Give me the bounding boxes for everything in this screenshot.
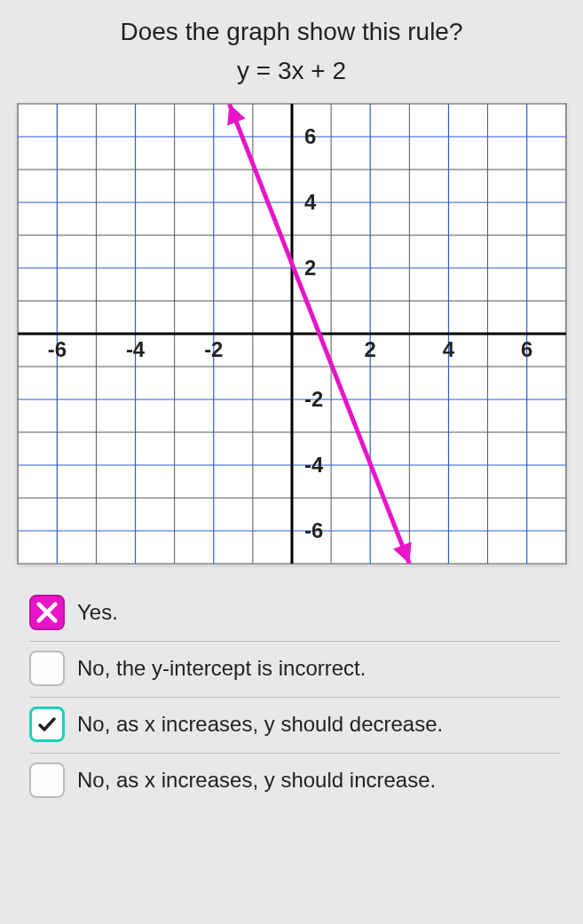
svg-text:-4: -4 — [125, 337, 145, 361]
option-increase[interactable]: No, as x increases, y should increase. — [29, 754, 561, 809]
option-label: No, as x increases, y should decrease. — [77, 712, 443, 737]
question-title: Does the graph show this rule? — [13, 18, 570, 46]
answer-options: Yes. No, the y-intercept is incorrect. N… — [13, 580, 570, 809]
svg-text:6: 6 — [303, 124, 315, 148]
option-yes[interactable]: Yes. — [29, 586, 561, 642]
svg-text:4: 4 — [303, 190, 316, 214]
graph-plot: -6-4-2246-6-4-2246 — [17, 103, 567, 565]
svg-text:-2: -2 — [303, 387, 322, 411]
svg-text:2: 2 — [303, 256, 315, 280]
option-label: Yes. — [77, 600, 118, 625]
option-yintercept[interactable]: No, the y-intercept is incorrect. — [29, 642, 561, 698]
svg-text:2: 2 — [364, 337, 375, 361]
option-label: No, as x increases, y should increase. — [77, 768, 436, 793]
svg-text:-6: -6 — [303, 518, 322, 542]
option-decrease[interactable]: No, as x increases, y should decrease. — [29, 698, 561, 754]
svg-text:-2: -2 — [204, 337, 223, 361]
coordinate-plane: -6-4-2246-6-4-2246 — [18, 104, 566, 564]
svg-text:4: 4 — [442, 337, 454, 361]
svg-text:-6: -6 — [47, 337, 66, 361]
option-label: No, the y-intercept is incorrect. — [77, 656, 366, 681]
svg-text:6: 6 — [521, 337, 532, 361]
svg-text:-4: -4 — [303, 453, 323, 477]
checkmark-icon — [29, 707, 65, 742]
empty-checkbox-icon — [29, 762, 65, 798]
equation-text: y = 3x + 2 — [13, 57, 570, 85]
empty-checkbox-icon — [29, 651, 65, 686]
x-mark-icon — [29, 595, 65, 630]
